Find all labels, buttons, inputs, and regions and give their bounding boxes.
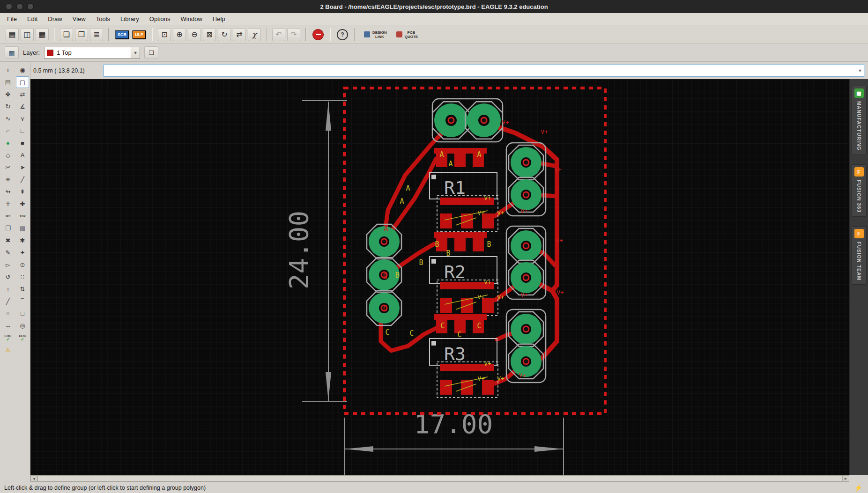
pcb-quote-button[interactable]: PCBQUOTE	[396, 30, 418, 39]
maximize-window-button[interactable]	[27, 3, 34, 10]
scroll-left-button[interactable]: ◄	[30, 476, 37, 482]
lock-tool[interactable]: ⊙	[16, 259, 29, 271]
menu-item-help[interactable]: Help	[208, 13, 230, 25]
minimize-window-button[interactable]	[16, 3, 23, 10]
change-tool[interactable]: ✱	[16, 235, 29, 246]
delete-tool[interactable]: ✖	[1, 235, 15, 246]
print-button[interactable]: ▦	[36, 28, 49, 41]
menu-item-draw[interactable]: Draw	[43, 13, 67, 25]
zoom-redraw-button[interactable]: ↻	[218, 28, 231, 41]
layer-dropdown[interactable]: 1 Top ▼	[44, 47, 140, 59]
line-tool[interactable]: ╱	[1, 295, 15, 307]
command-input[interactable]: ▼	[104, 65, 864, 77]
rotate-group-tool[interactable]: ↺	[1, 271, 15, 283]
route-tool[interactable]: ↬	[1, 186, 15, 198]
erc-button[interactable]: ERC✓	[1, 332, 15, 344]
layer-settings-button[interactable]: ❏	[144, 46, 158, 59]
zoom-fit-button[interactable]: ⊡	[158, 28, 171, 41]
layerbar: ▦ Layer: 1 Top ▼ ❏	[0, 44, 868, 62]
fusion-360-tab[interactable]: FFUSION 360	[852, 164, 867, 217]
paste-tool[interactable]: ▥	[16, 222, 29, 234]
scrollbar-thumb[interactable]	[37, 476, 842, 482]
group-tool[interactable]: ▢	[16, 76, 29, 88]
zoom-select-button[interactable]: ⊠	[203, 28, 216, 41]
menu-item-view[interactable]: View	[67, 13, 91, 25]
polygon-tool[interactable]: ◇	[1, 149, 15, 161]
scroll-right-button[interactable]: ►	[842, 476, 849, 482]
menu-item-edit[interactable]: Edit	[22, 13, 43, 25]
menu-item-file[interactable]: File	[2, 13, 22, 25]
cut-tool[interactable]: ✂	[1, 162, 15, 173]
add-tool[interactable]: ✚	[16, 198, 29, 210]
board-canvas[interactable]: 24.0017.00R1R2R3AAAAABBBBBCCCCCV+V+V+V+V…	[30, 79, 849, 475]
errors-tool[interactable]: ⚠	[1, 344, 15, 356]
miter-tool[interactable]: ⌐	[1, 125, 15, 137]
text-tool[interactable]: A	[16, 149, 29, 161]
replace-tool[interactable]: R2	[1, 210, 15, 222]
sheets-button[interactable]: ❏	[60, 28, 73, 41]
circle-tool[interactable]: ○	[1, 308, 15, 319]
menu-item-tools[interactable]: Tools	[91, 13, 115, 25]
display-tool[interactable]: ▤	[1, 76, 15, 88]
pin1-marker-R3	[431, 341, 436, 346]
split-tool[interactable]: ⋎	[16, 113, 29, 125]
menu-item-window[interactable]: Window	[176, 13, 208, 25]
undo-button[interactable]: ↶	[272, 28, 285, 41]
swap-tool[interactable]: ⇅	[16, 283, 29, 295]
label-tool[interactable]: ▻	[1, 259, 15, 271]
close-window-button[interactable]	[6, 3, 12, 10]
open-button[interactable]: ▤	[6, 28, 19, 41]
info-tool[interactable]: i	[1, 64, 15, 76]
line-slash-tool[interactable]: ╱	[16, 174, 29, 185]
layer-dropdown-caret-icon[interactable]: ▼	[131, 47, 140, 58]
manufacturing-tab[interactable]: ▦MANUFACTURING	[852, 86, 867, 155]
fusion-team-tab[interactable]: FFUSION TEAM	[852, 226, 867, 285]
library-button[interactable]: ≣	[90, 28, 103, 41]
wire-tool[interactable]: ∿	[1, 113, 15, 125]
move-tool[interactable]: ✥	[1, 88, 15, 100]
menu-item-options[interactable]: Options	[144, 13, 176, 25]
ulp-button[interactable]: ULP	[132, 30, 146, 39]
stop-button[interactable]	[312, 29, 324, 40]
help-button[interactable]: ?	[337, 29, 348, 40]
scr-button[interactable]: SCR	[115, 30, 129, 39]
zoom-in-button[interactable]: ⊕	[173, 28, 186, 41]
dimension-tool[interactable]: ↔	[1, 320, 15, 331]
fusion-team-icon: F	[854, 229, 864, 238]
net-label-4: A	[406, 184, 410, 192]
show-tool[interactable]: ◉	[16, 64, 29, 76]
ratsnest-tool[interactable]: ✳	[1, 174, 15, 185]
array-tool[interactable]: ∷	[16, 271, 29, 283]
save-button[interactable]: ◫	[21, 28, 34, 41]
refresh-button[interactable]: ⇄	[233, 28, 246, 41]
via-tool[interactable]: ●	[1, 137, 15, 149]
ripup-tool[interactable]: ⇞	[16, 186, 29, 198]
horizontal-scrollbar[interactable]: ◄ ►	[30, 475, 849, 482]
design-link-button[interactable]: DESIGNLINK	[364, 30, 387, 39]
value-tool[interactable]: 10k	[16, 210, 29, 222]
redo-button[interactable]: ↷	[287, 28, 300, 41]
net-label-32: V+	[519, 372, 526, 379]
coordinate-display: 0.5 mm (-13.8 20.1)	[33, 67, 104, 74]
mark-tool[interactable]: ✎	[1, 247, 15, 258]
optimize-tool[interactable]: ✦	[16, 247, 29, 258]
command-history-caret-icon[interactable]: ▼	[856, 65, 864, 76]
delete-segment-tool[interactable]: ➤	[16, 162, 29, 173]
align-tool[interactable]: ∡	[16, 101, 29, 112]
grid-settings-button[interactable]: ▦	[5, 46, 19, 59]
rotate-tool[interactable]: ↻	[1, 101, 15, 112]
arc-tool[interactable]: ⌒	[16, 295, 29, 307]
copy-tool[interactable]: ❐	[1, 222, 15, 234]
run-script-button[interactable]: χ	[248, 28, 261, 41]
drc-button[interactable]: DRC✓	[16, 332, 29, 344]
zoom-out-button[interactable]: ⊖	[188, 28, 201, 41]
corner-tool[interactable]: ∟	[16, 125, 29, 137]
rect-tool[interactable]: □	[16, 308, 29, 319]
menu-item-library[interactable]: Library	[115, 13, 144, 25]
glue-tool[interactable]: ✛	[1, 198, 15, 210]
hole-tool[interactable]: ◎	[16, 320, 29, 331]
dim-tool[interactable]: ↕	[1, 283, 15, 295]
pad-tool[interactable]: ■	[16, 137, 29, 149]
mirror-tool[interactable]: ⇄	[16, 88, 29, 100]
frames-button[interactable]: ❐	[75, 28, 88, 41]
